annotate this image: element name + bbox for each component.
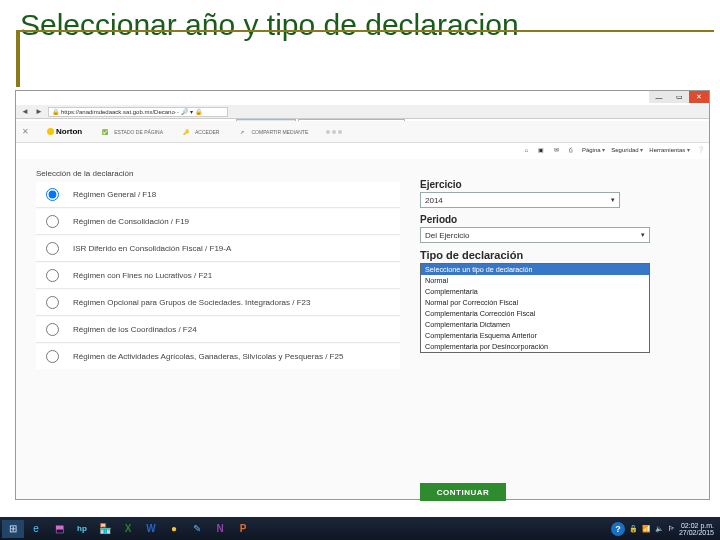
tray-date: 27/02/2015 <box>679 529 714 536</box>
help-icon[interactable]: ❔ <box>696 145 705 154</box>
norton-login[interactable]: 🔑 ACCEDER <box>181 127 219 137</box>
regime-label: Régimen Opcional para Grupos de Sociedad… <box>73 298 310 308</box>
ie-command-bar: ⌂ ▣ ✉ ⎙ Página Seguridad Herramientas ❔ <box>522 145 705 154</box>
tipo-option[interactable]: Complementaria Corrección Fiscal <box>421 308 649 319</box>
windows-taskbar: ⊞ e ⬒ hp 🏪 X W ● ✎ N P ? 🔒 📶 🔈 🏳 02:02 p… <box>0 517 720 540</box>
more-icon[interactable] <box>326 130 342 134</box>
print-icon[interactable]: ⎙ <box>567 145 576 154</box>
tipo-option[interactable]: Normal por Corrección Fiscal <box>421 297 649 308</box>
regime-option-f18[interactable]: Régimen General / F18 <box>36 182 400 208</box>
norton-page-status[interactable]: ✅ ESTADO DE PÁGINA <box>100 127 163 137</box>
regime-label: Régimen de Actividades Agrícolas, Ganade… <box>73 352 343 362</box>
regime-option-f23[interactable]: Régimen Opcional para Grupos de Sociedad… <box>36 290 400 316</box>
minimize-button[interactable]: — <box>649 91 669 103</box>
key-icon: 🔑 <box>181 127 191 137</box>
tipo-dropdown-open[interactable]: Seleccione un tipo de declaración Normal… <box>420 263 650 353</box>
shield-icon: ✅ <box>100 127 110 137</box>
norton-label: ESTADO DE PÁGINA <box>114 129 163 135</box>
taskbar-onenote-icon[interactable]: N <box>209 520 231 538</box>
tipo-option[interactable]: Complementaria por Desincorporación <box>421 341 649 352</box>
home-icon[interactable]: ⌂ <box>522 145 531 154</box>
mail-icon[interactable]: ✉ <box>552 145 561 154</box>
tray-volume-icon[interactable]: 🔈 <box>655 525 664 533</box>
share-icon: ↗ <box>237 127 247 137</box>
page-content: Selección de la declaración Régimen Gene… <box>16 159 709 499</box>
browser-window: — ▭ ✕ ◄ ► 🔒 https://anadimdedaack.sat.go… <box>15 90 710 500</box>
periodo-label: Periodo <box>420 214 670 225</box>
tray-clock[interactable]: 02:02 p.m. 27/02/2015 <box>679 522 714 536</box>
periodo-select[interactable]: Del Ejercicio ▾ <box>420 227 650 243</box>
window-controls: — ▭ ✕ <box>649 91 709 103</box>
taskbar-ie-icon[interactable]: e <box>25 520 47 538</box>
maximize-button[interactable]: ▭ <box>669 91 689 103</box>
feeds-icon[interactable]: ▣ <box>537 145 546 154</box>
norton-check-icon <box>47 128 54 135</box>
norton-toolbar: ✕ Norton ✅ ESTADO DE PÁGINA 🔑 ACCEDER ↗ … <box>16 121 709 143</box>
regime-radio[interactable] <box>46 350 59 363</box>
lock-icon: 🔒 <box>52 108 59 115</box>
regime-label: Régimen General / F18 <box>73 190 156 200</box>
ejercicio-value: 2014 <box>425 196 443 205</box>
tools-menu[interactable]: Herramientas <box>649 146 690 153</box>
regime-radio[interactable] <box>46 269 59 282</box>
slide-title: Seleccionar año y tipo de declaracion <box>20 8 519 42</box>
taskbar-word-icon[interactable]: W <box>140 520 162 538</box>
chevron-down-icon: ▾ <box>641 231 645 239</box>
declaration-params: Ejercicio 2014 ▾ Periodo Del Ejercicio ▾… <box>420 173 670 353</box>
norton-share[interactable]: ↗ COMPARTIR MEDIANTE <box>237 127 308 137</box>
tipo-option[interactable]: Normal <box>421 275 649 286</box>
norton-brand: Norton <box>56 127 82 136</box>
taskbar-chrome-icon[interactable]: ● <box>163 520 185 538</box>
tipo-placeholder[interactable]: Seleccione un tipo de declaración <box>421 264 649 275</box>
regime-label: ISR Diferido en Consolidación Fiscal / F… <box>73 244 231 254</box>
taskbar-hp-icon[interactable]: hp <box>71 520 93 538</box>
norton-label: ACCEDER <box>195 129 219 135</box>
address-bar: ◄ ► 🔒 https://anadimdedaack.sat.gob.mx/D… <box>16 105 709 119</box>
ejercicio-select[interactable]: 2014 ▾ <box>420 192 620 208</box>
regime-label: Régimen con Fines no Lucrativos / F21 <box>73 271 212 281</box>
regime-option-f21[interactable]: Régimen con Fines no Lucrativos / F21 <box>36 263 400 289</box>
url-input[interactable]: 🔒 https://anadimdedaack.sat.gob.mx/Decan… <box>48 107 228 117</box>
tipo-option[interactable]: Complementaria Dictamen <box>421 319 649 330</box>
start-button[interactable]: ⊞ <box>2 520 24 538</box>
taskbar-app-icon[interactable]: ⬒ <box>48 520 70 538</box>
continue-button[interactable]: CONTINUAR <box>420 483 506 501</box>
tray-help-icon[interactable]: ? <box>611 522 625 536</box>
taskbar-app-icon[interactable]: ✎ <box>186 520 208 538</box>
regime-option-f25[interactable]: Régimen de Actividades Agrícolas, Ganade… <box>36 344 400 369</box>
regime-radio[interactable] <box>46 296 59 309</box>
page-menu[interactable]: Página <box>582 146 605 153</box>
periodo-value: Del Ejercicio <box>425 231 469 240</box>
regime-radio[interactable] <box>46 188 59 201</box>
norton-logo: Norton <box>47 127 82 136</box>
regime-option-f24[interactable]: Régimen de los Coordinados / F24 <box>36 317 400 343</box>
regime-radio[interactable] <box>46 215 59 228</box>
tray-network-icon[interactable]: 📶 <box>642 525 651 533</box>
tray-flag-icon absol[interactable]: 🏳 <box>668 525 675 532</box>
chevron-down-icon: ▾ <box>611 196 615 204</box>
regime-option-f19[interactable]: Régimen de Consolidación / F19 <box>36 209 400 235</box>
taskbar-excel-icon[interactable]: X <box>117 520 139 538</box>
taskbar-store-icon[interactable]: 🏪 <box>94 520 116 538</box>
regime-option-f19a[interactable]: ISR Diferido en Consolidación Fiscal / F… <box>36 236 400 262</box>
tipo-label: Tipo de declaración <box>420 249 670 261</box>
tipo-option[interactable]: Complementaria <box>421 286 649 297</box>
regime-radio[interactable] <box>46 323 59 336</box>
system-tray: ? 🔒 📶 🔈 🏳 02:02 p.m. 27/02/2015 <box>611 522 718 536</box>
back-button[interactable]: ◄ <box>20 107 30 117</box>
url-text: https://anadimdedaack.sat.gob.mx/Decano·… <box>61 108 202 115</box>
section-header: Selección de la declaración <box>36 165 400 182</box>
taskbar-powerpoint-icon[interactable]: P <box>232 520 254 538</box>
tipo-option[interactable]: Complementaria Esquema Anterior <box>421 330 649 341</box>
regime-panel: Selección de la declaración Régimen Gene… <box>36 165 400 370</box>
toolbar-close-icon[interactable]: ✕ <box>22 127 29 136</box>
tray-icon[interactable]: 🔒 <box>629 525 638 533</box>
regime-radio[interactable] <box>46 242 59 255</box>
safety-menu[interactable]: Seguridad <box>611 146 643 153</box>
tray-time: 02:02 p.m. <box>679 522 714 529</box>
ejercicio-label: Ejercicio <box>420 179 670 190</box>
norton-label: COMPARTIR MEDIANTE <box>251 129 308 135</box>
forward-button[interactable]: ► <box>34 107 44 117</box>
regime-label: Régimen de Consolidación / F19 <box>73 217 189 227</box>
close-button[interactable]: ✕ <box>689 91 709 103</box>
